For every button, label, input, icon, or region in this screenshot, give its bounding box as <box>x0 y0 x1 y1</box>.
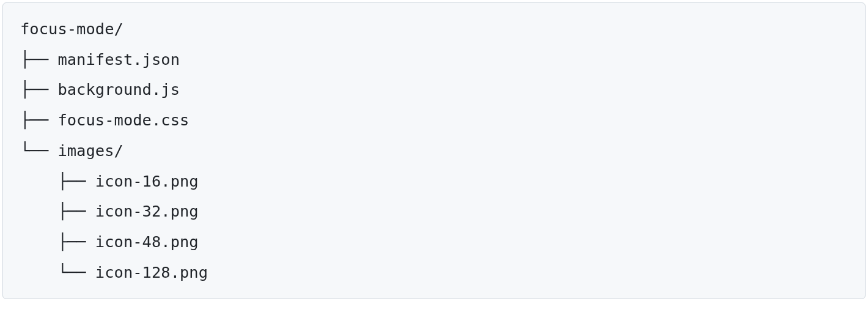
tree-line: ├── manifest.json <box>20 50 180 69</box>
tree-line: focus-mode/ <box>20 20 123 38</box>
tree-line: └── icon-128.png <box>20 263 208 281</box>
tree-line: ├── background.js <box>20 80 180 98</box>
tree-line: └── images/ <box>20 141 123 160</box>
directory-tree-block: focus-mode/ ├── manifest.json ├── backgr… <box>2 2 866 299</box>
tree-line: ├── icon-48.png <box>20 232 199 251</box>
tree-line: ├── icon-32.png <box>20 202 199 220</box>
tree-line: ├── icon-16.png <box>20 172 199 190</box>
tree-line: ├── focus-mode.css <box>20 111 189 129</box>
